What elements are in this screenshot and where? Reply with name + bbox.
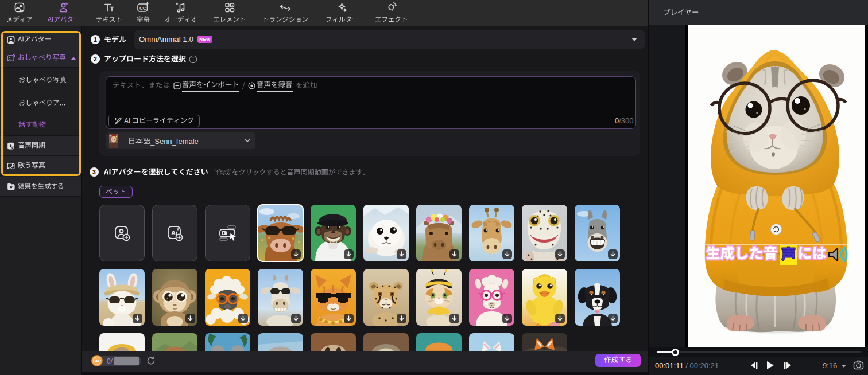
svg-text:CC: CC (140, 6, 146, 11)
